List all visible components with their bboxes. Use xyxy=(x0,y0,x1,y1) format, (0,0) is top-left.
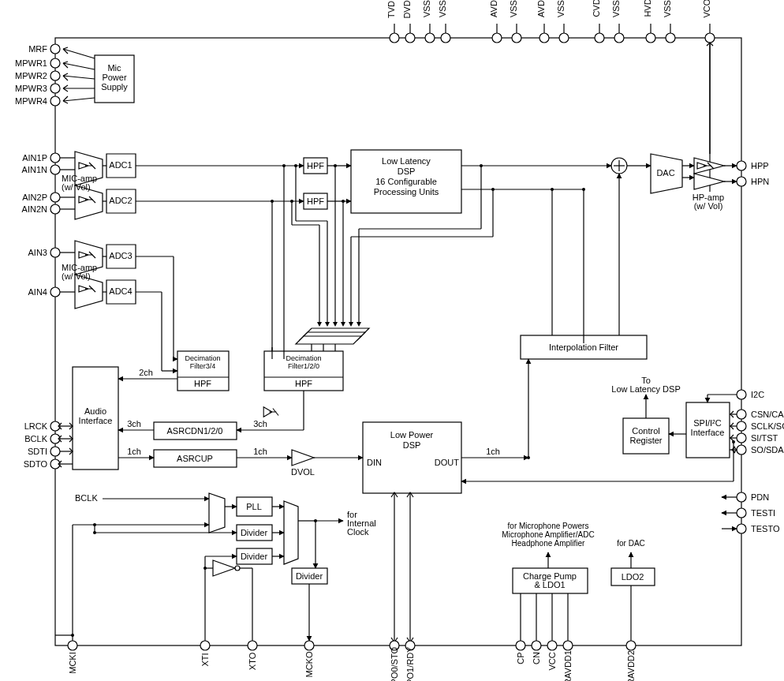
svg-text:ADC2: ADC2 xyxy=(109,196,132,205)
svg-text:AIN1P: AIN1P xyxy=(22,153,47,163)
svg-text:VSS4: VSS4 xyxy=(663,0,672,17)
svg-text:TESTO: TESTO xyxy=(751,524,780,533)
svg-text:Divider: Divider xyxy=(241,528,268,537)
svg-point-60 xyxy=(582,188,585,191)
svg-text:VSS6: VSS6 xyxy=(438,0,447,17)
svg-text:MCKO: MCKO xyxy=(304,651,314,677)
svg-text:ADC1: ADC1 xyxy=(109,160,132,170)
wire-mrf xyxy=(63,47,95,58)
svg-text:ADC4: ADC4 xyxy=(109,286,132,296)
svg-text:TVDD: TVDD xyxy=(386,0,396,18)
svg-text:DecimationFilter1/2/0: DecimationFilter1/2/0 xyxy=(286,354,321,370)
block-hpamp2 xyxy=(694,174,724,189)
svg-point-96 xyxy=(271,200,274,203)
svg-point-94 xyxy=(282,164,286,167)
svg-text:MPWR1: MPWR1 xyxy=(15,58,47,68)
svg-text:2ch: 2ch xyxy=(139,368,153,377)
svg-text:ToLow Latency DSP: ToLow Latency DSP xyxy=(611,376,680,394)
svg-text:CP: CP xyxy=(516,652,525,664)
svg-text:DIN: DIN xyxy=(367,458,382,467)
svg-text:MPWR4: MPWR4 xyxy=(15,96,47,106)
svg-text:GPO0/STO: GPO0/STO xyxy=(390,647,399,681)
svg-text:Interpolation Filter: Interpolation Filter xyxy=(549,342,618,352)
svg-text:HPF: HPF xyxy=(295,379,312,388)
svg-text:SCLK/SCL: SCLK/SCL xyxy=(751,421,784,431)
svg-text:DAC: DAC xyxy=(656,168,674,178)
block-clkmux1 xyxy=(209,493,225,533)
svg-text:RAVDD1: RAVDD1 xyxy=(563,650,573,681)
svg-text:HPF: HPF xyxy=(194,379,211,388)
block-dvol xyxy=(292,450,314,466)
svg-text:HP-amp(w/ Vol): HP-amp(w/ Vol) xyxy=(693,193,724,211)
svg-text:AIN1N: AIN1N xyxy=(22,165,47,174)
svg-text:VSS5: VSS5 xyxy=(422,0,431,17)
svg-text:I2C: I2C xyxy=(751,390,764,399)
svg-text:SO/SDA: SO/SDA xyxy=(751,445,784,455)
svg-text:LRCK: LRCK xyxy=(24,421,48,431)
svg-point-166 xyxy=(527,456,530,459)
svg-text:PDN: PDN xyxy=(751,492,769,502)
block-clkmux2 xyxy=(284,501,298,564)
svg-text:PLL: PLL xyxy=(246,502,262,511)
pins-left-ain12: AIN1P AIN1N AIN2P AIN2N xyxy=(22,153,60,214)
svg-text:DVOL: DVOL xyxy=(291,467,315,477)
svg-text:VCOM: VCOM xyxy=(702,0,711,18)
svg-text:DOUT: DOUT xyxy=(435,458,459,467)
svg-text:SI/TST: SI/TST xyxy=(751,433,778,443)
svg-text:MPWR2: MPWR2 xyxy=(15,71,47,80)
svg-point-141 xyxy=(551,188,554,191)
svg-text:MIC-amp(w/ Vol): MIC-amp(w/ Vol) xyxy=(62,174,97,192)
svg-text:MIC-amp(w/ Vol): MIC-amp(w/ Vol) xyxy=(62,263,97,281)
pins-left-mrf: MRF MPWR1 MPWR2 MPWR3 MPWR4 xyxy=(15,44,60,106)
pins-left-audioif: LRCK BCLK SDTI SDTO xyxy=(24,421,60,469)
svg-point-98 xyxy=(334,164,337,167)
svg-text:BCLK: BCLK xyxy=(24,434,47,443)
svg-text:XTO: XTO xyxy=(248,652,257,670)
block-selector xyxy=(296,328,369,344)
svg-text:CSN/CAD: CSN/CAD xyxy=(751,410,784,419)
svg-text:VCC: VCC xyxy=(547,652,557,670)
svg-text:MPWR3: MPWR3 xyxy=(15,84,47,93)
svg-text:AIN3: AIN3 xyxy=(28,248,47,257)
svg-point-223 xyxy=(235,566,240,571)
svg-text:forInternalClock: forInternalClock xyxy=(347,510,376,537)
pins-right-test: PDN TESTI TESTO xyxy=(737,492,780,533)
svg-text:HPF: HPF xyxy=(307,196,324,206)
svg-text:Divider: Divider xyxy=(296,571,323,581)
svg-text:ADC3: ADC3 xyxy=(109,251,132,260)
svg-text:DecimationFilter3/4: DecimationFilter3/4 xyxy=(185,354,220,370)
svg-text:Divider: Divider xyxy=(241,552,268,561)
svg-text:AIN2P: AIN2P xyxy=(22,193,47,202)
svg-text:HPF: HPF xyxy=(307,161,324,170)
svg-text:SPI/I²CInterface: SPI/I²CInterface xyxy=(691,418,725,437)
svg-text:VSS3: VSS3 xyxy=(611,0,621,17)
svg-text:AIN4: AIN4 xyxy=(28,287,47,297)
svg-point-112 xyxy=(294,164,297,167)
svg-text:MRF: MRF xyxy=(28,44,47,54)
svg-point-100 xyxy=(342,200,345,203)
svg-text:TESTI: TESTI xyxy=(751,508,775,518)
pins-right-ctrl: I2C CSN/CAD SCLK/SCL SI/TST SO/SDA xyxy=(737,390,784,455)
svg-text:ASRCUP: ASRCUP xyxy=(177,454,213,463)
svg-text:for DAC: for DAC xyxy=(617,539,645,548)
svg-text:AVDD2: AVDD2 xyxy=(536,0,546,17)
svg-text:ASRCDN1/2/0: ASRCDN1/2/0 xyxy=(167,426,223,436)
svg-text:CVDD: CVDD xyxy=(592,0,601,17)
svg-text:3ch: 3ch xyxy=(253,419,267,428)
svg-point-116 xyxy=(290,200,293,203)
svg-text:GPO1/RDY: GPO1/RDY xyxy=(405,646,415,681)
svg-text:MCKI: MCKI xyxy=(68,652,77,674)
svg-text:SDTO: SDTO xyxy=(24,459,48,469)
svg-text:VSS1: VSS1 xyxy=(509,0,518,17)
svg-text:VSS2: VSS2 xyxy=(556,0,566,17)
svg-text:1ch: 1ch xyxy=(253,447,267,456)
svg-text:DVDD: DVDD xyxy=(402,0,412,19)
svg-text:HVDD: HVDD xyxy=(643,0,652,17)
svg-text:CN: CN xyxy=(532,652,541,664)
svg-text:LDO2: LDO2 xyxy=(622,572,644,582)
svg-text:Low LatencyDSP16 ConfigurableP: Low LatencyDSP16 ConfigurableProcessing … xyxy=(374,156,439,196)
svg-text:1ch: 1ch xyxy=(127,447,141,456)
svg-text:ControlRegister: ControlRegister xyxy=(630,426,663,445)
svg-text:for Microphone PowersMicrophon: for Microphone PowersMicrophone Amplifie… xyxy=(502,522,594,548)
svg-text:RAVDD2: RAVDD2 xyxy=(626,650,636,681)
